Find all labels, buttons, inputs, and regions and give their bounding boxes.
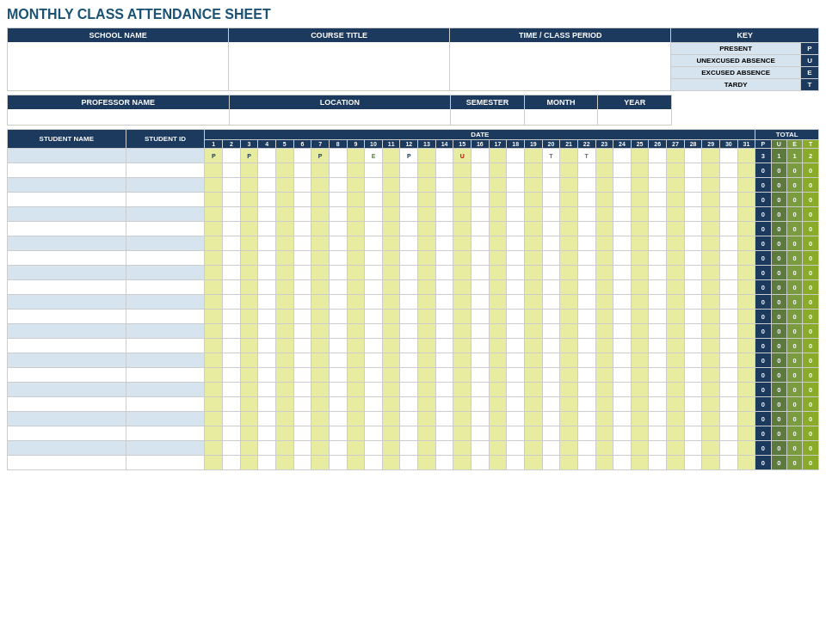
date-cell-14[interactable] — [435, 310, 453, 324]
date-cell-12[interactable] — [400, 207, 418, 222]
date-cell-30[interactable] — [720, 266, 738, 280]
date-cell-7[interactable] — [311, 383, 330, 397]
date-cell-7[interactable] — [311, 251, 330, 266]
date-cell-7[interactable] — [311, 207, 330, 222]
date-cell-10[interactable] — [365, 397, 383, 412]
date-cell-19[interactable] — [524, 426, 542, 441]
date-cell-5[interactable] — [275, 412, 293, 426]
date-cell-11[interactable] — [382, 295, 400, 310]
date-cell-5[interactable] — [275, 236, 293, 251]
student-id-cell[interactable] — [126, 310, 205, 324]
date-cell-31[interactable] — [737, 193, 755, 207]
date-cell-15[interactable] — [453, 339, 472, 353]
date-cell-15[interactable] — [453, 441, 472, 456]
date-cell-23[interactable] — [595, 353, 613, 368]
date-cell-22[interactable] — [577, 295, 595, 310]
professor-name-value[interactable] — [8, 109, 229, 125]
date-cell-19[interactable] — [524, 353, 542, 368]
date-cell-4[interactable] — [258, 266, 276, 280]
year-value[interactable] — [598, 109, 671, 125]
date-cell-16[interactable] — [472, 383, 490, 397]
date-cell-27[interactable] — [667, 280, 685, 295]
date-cell-26[interactable] — [649, 163, 667, 178]
date-cell-6[interactable] — [293, 207, 311, 222]
date-cell-7[interactable] — [311, 368, 330, 383]
date-cell-26[interactable] — [649, 383, 667, 397]
date-cell-15[interactable] — [453, 266, 472, 280]
date-cell-14[interactable] — [435, 251, 453, 266]
date-cell-29[interactable] — [702, 324, 720, 339]
date-cell-16[interactable] — [472, 412, 490, 426]
date-cell-20[interactable] — [542, 163, 560, 178]
date-cell-27[interactable] — [667, 236, 685, 251]
date-cell-29[interactable] — [702, 280, 720, 295]
date-cell-26[interactable] — [649, 324, 667, 339]
date-cell-17[interactable] — [489, 236, 507, 251]
date-cell-13[interactable] — [418, 222, 436, 236]
date-cell-17[interactable] — [489, 310, 507, 324]
date-cell-19[interactable] — [524, 280, 542, 295]
date-cell-13[interactable] — [418, 441, 436, 456]
date-cell-25[interactable] — [631, 193, 649, 207]
date-cell-20[interactable] — [542, 222, 560, 236]
date-cell-12[interactable] — [400, 368, 418, 383]
date-cell-25[interactable] — [631, 456, 649, 470]
date-cell-25[interactable] — [631, 149, 649, 163]
student-id-cell[interactable] — [126, 207, 205, 222]
date-cell-28[interactable] — [684, 266, 702, 280]
date-cell-25[interactable] — [631, 339, 649, 353]
student-id-cell[interactable] — [126, 149, 205, 163]
student-id-cell[interactable] — [126, 339, 205, 353]
date-cell-12[interactable] — [400, 251, 418, 266]
date-cell-2[interactable] — [223, 149, 241, 163]
semester-value[interactable] — [451, 109, 524, 125]
date-cell-13[interactable] — [418, 149, 436, 163]
date-cell-1[interactable] — [205, 339, 223, 353]
date-cell-30[interactable] — [720, 163, 738, 178]
student-name-cell[interactable] — [8, 251, 126, 266]
date-cell-14[interactable] — [435, 207, 453, 222]
date-cell-4[interactable] — [258, 353, 276, 368]
date-cell-21[interactable] — [560, 149, 578, 163]
date-cell-25[interactable] — [631, 383, 649, 397]
date-cell-21[interactable] — [560, 222, 578, 236]
date-cell-31[interactable] — [737, 236, 755, 251]
date-cell-24[interactable] — [613, 324, 632, 339]
date-cell-19[interactable] — [524, 207, 542, 222]
date-cell-17[interactable] — [489, 383, 507, 397]
date-cell-20[interactable] — [542, 178, 560, 193]
date-cell-17[interactable] — [489, 412, 507, 426]
date-cell-3[interactable] — [240, 163, 258, 178]
date-cell-31[interactable] — [737, 149, 755, 163]
date-cell-23[interactable] — [595, 368, 613, 383]
date-cell-3[interactable] — [240, 383, 258, 397]
date-cell-26[interactable] — [649, 178, 667, 193]
date-cell-7[interactable] — [311, 324, 330, 339]
date-cell-3[interactable] — [240, 426, 258, 441]
date-cell-10[interactable] — [365, 251, 383, 266]
date-cell-13[interactable] — [418, 383, 436, 397]
date-cell-16[interactable] — [472, 426, 490, 441]
date-cell-5[interactable] — [275, 310, 293, 324]
date-cell-23[interactable] — [595, 383, 613, 397]
date-cell-10[interactable] — [365, 412, 383, 426]
date-cell-20[interactable] — [542, 339, 560, 353]
date-cell-9[interactable] — [347, 295, 365, 310]
date-cell-16[interactable] — [472, 149, 490, 163]
date-cell-2[interactable] — [223, 426, 241, 441]
date-cell-5[interactable] — [275, 222, 293, 236]
date-cell-21[interactable] — [560, 456, 578, 470]
date-cell-6[interactable] — [293, 178, 311, 193]
student-id-cell[interactable] — [126, 397, 205, 412]
date-cell-27[interactable] — [667, 149, 685, 163]
date-cell-3[interactable] — [240, 193, 258, 207]
date-cell-11[interactable] — [382, 266, 400, 280]
date-cell-17[interactable] — [489, 251, 507, 266]
student-id-cell[interactable] — [126, 383, 205, 397]
date-cell-6[interactable] — [293, 251, 311, 266]
date-cell-29[interactable] — [702, 310, 720, 324]
date-cell-9[interactable] — [347, 324, 365, 339]
date-cell-22[interactable] — [577, 178, 595, 193]
date-cell-19[interactable] — [524, 368, 542, 383]
date-cell-20[interactable] — [542, 324, 560, 339]
